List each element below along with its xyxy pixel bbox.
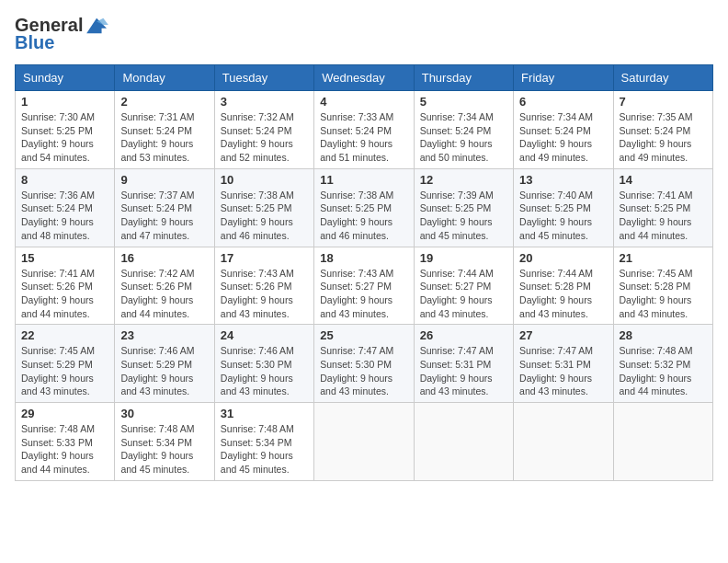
day-number: 15 <box>21 251 108 265</box>
day-detail: Sunrise: 7:35 AM Sunset: 5:24 PM Dayligh… <box>620 110 707 165</box>
day-number: 22 <box>21 328 108 342</box>
day-header-wednesday: Wednesday <box>314 65 414 91</box>
day-number: 5 <box>420 95 507 109</box>
calendar-cell: 13 Sunrise: 7:40 AM Sunset: 5:25 PM Dayl… <box>514 168 613 247</box>
day-number: 29 <box>21 407 108 420</box>
day-detail: Sunrise: 7:43 AM Sunset: 5:27 PM Dayligh… <box>320 267 407 321</box>
calendar-cell <box>314 403 414 481</box>
calendar-cell: 27 Sunrise: 7:47 AM Sunset: 5:31 PM Dayl… <box>514 325 613 403</box>
day-number: 18 <box>320 251 407 265</box>
day-detail: Sunrise: 7:48 AM Sunset: 5:33 PM Dayligh… <box>21 422 108 477</box>
day-detail: Sunrise: 7:33 AM Sunset: 5:24 PM Dayligh… <box>320 110 407 165</box>
day-header-monday: Monday <box>115 65 214 91</box>
logo-icon <box>85 17 110 35</box>
day-header-saturday: Saturday <box>613 65 712 91</box>
day-detail: Sunrise: 7:48 AM Sunset: 5:34 PM Dayligh… <box>221 422 308 477</box>
calendar-cell <box>613 403 712 481</box>
calendar-cell: 31 Sunrise: 7:48 AM Sunset: 5:34 PM Dayl… <box>214 403 313 481</box>
day-number: 6 <box>519 95 607 109</box>
calendar-table: SundayMondayTuesdayWednesdayThursdayFrid… <box>15 64 713 481</box>
day-number: 2 <box>120 95 208 109</box>
day-number: 26 <box>420 328 507 342</box>
calendar-header-row: SundayMondayTuesdayWednesdayThursdayFrid… <box>16 65 713 91</box>
day-number: 14 <box>620 173 707 187</box>
day-detail: Sunrise: 7:45 AM Sunset: 5:28 PM Dayligh… <box>620 267 707 321</box>
day-detail: Sunrise: 7:46 AM Sunset: 5:30 PM Dayligh… <box>221 344 308 398</box>
day-detail: Sunrise: 7:43 AM Sunset: 5:26 PM Dayligh… <box>221 267 308 321</box>
calendar-cell: 21 Sunrise: 7:45 AM Sunset: 5:28 PM Dayl… <box>613 247 712 325</box>
day-detail: Sunrise: 7:34 AM Sunset: 5:24 PM Dayligh… <box>420 110 507 165</box>
day-detail: Sunrise: 7:39 AM Sunset: 5:25 PM Dayligh… <box>420 189 507 243</box>
day-detail: Sunrise: 7:47 AM Sunset: 5:31 PM Dayligh… <box>420 344 507 398</box>
calendar-week-2: 8 Sunrise: 7:36 AM Sunset: 5:24 PM Dayli… <box>16 168 713 247</box>
calendar-cell: 5 Sunrise: 7:34 AM Sunset: 5:24 PM Dayli… <box>414 91 513 169</box>
day-detail: Sunrise: 7:34 AM Sunset: 5:24 PM Dayligh… <box>519 110 607 165</box>
day-number: 9 <box>120 173 208 187</box>
day-detail: Sunrise: 7:48 AM Sunset: 5:34 PM Dayligh… <box>120 422 208 477</box>
calendar-week-1: 1 Sunrise: 7:30 AM Sunset: 5:25 PM Dayli… <box>16 91 713 169</box>
calendar-cell: 12 Sunrise: 7:39 AM Sunset: 5:25 PM Dayl… <box>414 168 513 247</box>
day-number: 19 <box>420 251 507 265</box>
calendar-cell: 4 Sunrise: 7:33 AM Sunset: 5:24 PM Dayli… <box>314 91 414 169</box>
calendar-cell: 10 Sunrise: 7:38 AM Sunset: 5:25 PM Dayl… <box>214 168 313 247</box>
day-number: 3 <box>221 95 308 109</box>
calendar-cell: 2 Sunrise: 7:31 AM Sunset: 5:24 PM Dayli… <box>115 91 214 169</box>
day-number: 20 <box>519 251 607 265</box>
day-number: 31 <box>221 407 308 420</box>
day-number: 1 <box>21 95 108 109</box>
calendar-cell: 29 Sunrise: 7:48 AM Sunset: 5:33 PM Dayl… <box>16 403 115 481</box>
day-number: 23 <box>120 328 208 342</box>
calendar-cell: 8 Sunrise: 7:36 AM Sunset: 5:24 PM Dayli… <box>16 168 115 247</box>
day-number: 21 <box>620 251 707 265</box>
calendar-cell: 25 Sunrise: 7:47 AM Sunset: 5:30 PM Dayl… <box>314 325 414 403</box>
day-number: 25 <box>320 328 407 342</box>
day-detail: Sunrise: 7:48 AM Sunset: 5:32 PM Dayligh… <box>620 344 707 398</box>
day-detail: Sunrise: 7:38 AM Sunset: 5:25 PM Dayligh… <box>320 189 407 243</box>
day-detail: Sunrise: 7:30 AM Sunset: 5:25 PM Dayligh… <box>21 110 108 165</box>
day-detail: Sunrise: 7:47 AM Sunset: 5:30 PM Dayligh… <box>320 344 407 398</box>
day-header-sunday: Sunday <box>16 65 115 91</box>
calendar-cell: 17 Sunrise: 7:43 AM Sunset: 5:26 PM Dayl… <box>214 247 313 325</box>
day-number: 28 <box>620 328 707 342</box>
day-detail: Sunrise: 7:41 AM Sunset: 5:25 PM Dayligh… <box>620 189 707 243</box>
day-detail: Sunrise: 7:41 AM Sunset: 5:26 PM Dayligh… <box>21 267 108 321</box>
calendar-cell: 22 Sunrise: 7:45 AM Sunset: 5:29 PM Dayl… <box>16 325 115 403</box>
calendar-cell: 7 Sunrise: 7:35 AM Sunset: 5:24 PM Dayli… <box>613 91 712 169</box>
calendar-cell <box>514 403 613 481</box>
day-detail: Sunrise: 7:44 AM Sunset: 5:28 PM Dayligh… <box>519 267 607 321</box>
calendar-cell: 24 Sunrise: 7:46 AM Sunset: 5:30 PM Dayl… <box>214 325 313 403</box>
calendar-cell: 20 Sunrise: 7:44 AM Sunset: 5:28 PM Dayl… <box>514 247 613 325</box>
day-number: 4 <box>320 95 407 109</box>
day-header-friday: Friday <box>514 65 613 91</box>
day-number: 27 <box>519 328 607 342</box>
day-detail: Sunrise: 7:47 AM Sunset: 5:31 PM Dayligh… <box>519 344 607 398</box>
day-number: 11 <box>320 173 407 187</box>
day-detail: Sunrise: 7:46 AM Sunset: 5:29 PM Dayligh… <box>120 344 208 398</box>
day-number: 12 <box>420 173 507 187</box>
day-detail: Sunrise: 7:45 AM Sunset: 5:29 PM Dayligh… <box>21 344 108 398</box>
calendar-cell: 15 Sunrise: 7:41 AM Sunset: 5:26 PM Dayl… <box>16 247 115 325</box>
day-detail: Sunrise: 7:42 AM Sunset: 5:26 PM Dayligh… <box>120 267 208 321</box>
calendar-cell: 9 Sunrise: 7:37 AM Sunset: 5:24 PM Dayli… <box>115 168 214 247</box>
calendar-cell: 11 Sunrise: 7:38 AM Sunset: 5:25 PM Dayl… <box>314 168 414 247</box>
calendar-week-5: 29 Sunrise: 7:48 AM Sunset: 5:33 PM Dayl… <box>16 403 713 481</box>
day-detail: Sunrise: 7:31 AM Sunset: 5:24 PM Dayligh… <box>120 110 208 165</box>
day-detail: Sunrise: 7:37 AM Sunset: 5:24 PM Dayligh… <box>120 189 208 243</box>
day-detail: Sunrise: 7:36 AM Sunset: 5:24 PM Dayligh… <box>21 189 108 243</box>
day-detail: Sunrise: 7:32 AM Sunset: 5:24 PM Dayligh… <box>221 110 308 165</box>
calendar-cell: 28 Sunrise: 7:48 AM Sunset: 5:32 PM Dayl… <box>613 325 712 403</box>
calendar-week-4: 22 Sunrise: 7:45 AM Sunset: 5:29 PM Dayl… <box>16 325 713 403</box>
calendar-cell: 14 Sunrise: 7:41 AM Sunset: 5:25 PM Dayl… <box>613 168 712 247</box>
day-number: 17 <box>221 251 308 265</box>
logo-blue: Blue <box>15 32 54 53</box>
day-detail: Sunrise: 7:40 AM Sunset: 5:25 PM Dayligh… <box>519 189 607 243</box>
calendar-cell: 23 Sunrise: 7:46 AM Sunset: 5:29 PM Dayl… <box>115 325 214 403</box>
calendar-cell: 6 Sunrise: 7:34 AM Sunset: 5:24 PM Dayli… <box>514 91 613 169</box>
logo: General Blue <box>15 15 110 53</box>
day-number: 24 <box>221 328 308 342</box>
calendar-cell: 26 Sunrise: 7:47 AM Sunset: 5:31 PM Dayl… <box>414 325 513 403</box>
day-number: 8 <box>21 173 108 187</box>
day-header-tuesday: Tuesday <box>214 65 313 91</box>
day-detail: Sunrise: 7:44 AM Sunset: 5:27 PM Dayligh… <box>420 267 507 321</box>
day-number: 10 <box>221 173 308 187</box>
